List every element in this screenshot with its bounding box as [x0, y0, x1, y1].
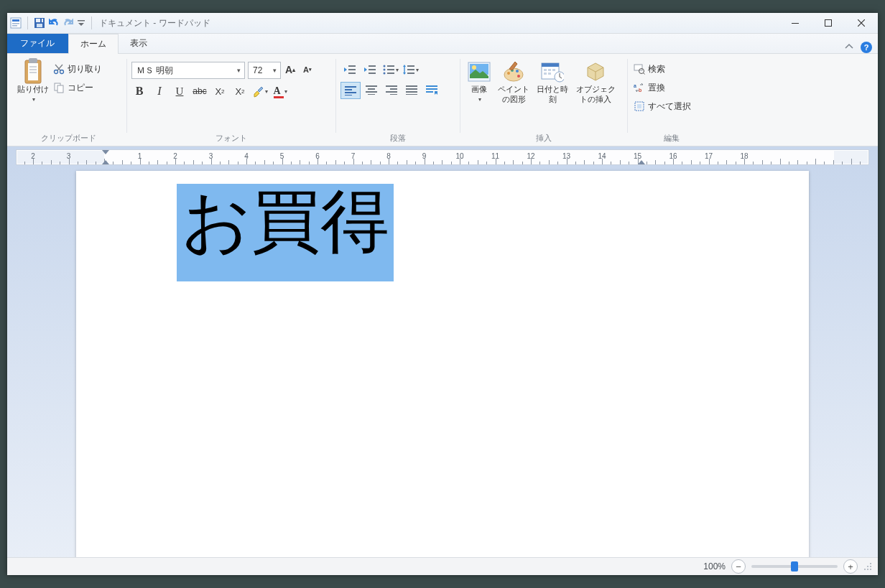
- svg-rect-24: [369, 65, 376, 67]
- tab-home[interactable]: ホーム: [68, 34, 119, 54]
- svg-rect-20: [57, 85, 63, 93]
- svg-point-27: [383, 65, 385, 67]
- paragraph-dialog-button[interactable]: [422, 82, 441, 98]
- paste-label: 貼り付け: [17, 85, 49, 95]
- svg-rect-52: [406, 94, 417, 95]
- subscript-button[interactable]: X2: [212, 83, 228, 99]
- tab-view[interactable]: 表示: [119, 34, 159, 53]
- zoom-slider[interactable]: [751, 565, 838, 568]
- strikethrough-button[interactable]: abc: [192, 83, 208, 99]
- maximize-button[interactable]: [812, 13, 845, 33]
- replace-icon: ab: [634, 82, 645, 93]
- window-controls: [779, 13, 878, 33]
- insert-paint-label: ペイントの図形: [498, 85, 529, 105]
- ribbon: 貼り付け ▾ 切り取り コピー クリップボード: [7, 54, 878, 146]
- resize-grip[interactable]: [863, 562, 872, 571]
- svg-rect-30: [387, 65, 394, 67]
- undo-icon[interactable]: [48, 17, 60, 29]
- svg-rect-48: [390, 94, 397, 95]
- title-bar: ドキュメント - ワードパッド: [7, 13, 878, 34]
- zoom-in-button[interactable]: +: [843, 559, 858, 574]
- copy-button[interactable]: コピー: [52, 79, 103, 96]
- line-spacing-button[interactable]: ▾: [401, 62, 420, 78]
- zoom-out-button[interactable]: −: [731, 559, 746, 574]
- svg-rect-51: [406, 91, 417, 93]
- svg-rect-10: [825, 20, 832, 27]
- document-area[interactable]: お買得: [7, 165, 878, 557]
- window-title: ドキュメント - ワードパッド: [99, 17, 210, 29]
- underline-button[interactable]: U: [172, 83, 187, 99]
- svg-rect-22: [348, 69, 356, 70]
- font-size-combo[interactable]: 72 ▾: [248, 62, 281, 79]
- group-label-font: フォント: [131, 131, 331, 144]
- quick-access-toolbar: [10, 17, 95, 29]
- svg-rect-55: [426, 91, 433, 93]
- svg-rect-41: [366, 85, 377, 87]
- align-left-button[interactable]: [340, 82, 361, 99]
- zoom-level: 100%: [703, 561, 726, 571]
- chevron-down-icon: ▾: [32, 96, 35, 103]
- decrease-indent-button[interactable]: [340, 62, 359, 78]
- select-all-label: すべて選択: [648, 101, 691, 113]
- grow-font-button[interactable]: A▴: [282, 62, 298, 78]
- redo-icon[interactable]: [62, 17, 74, 29]
- image-icon: [468, 60, 491, 83]
- svg-rect-40: [345, 95, 352, 95]
- superscript-button[interactable]: X2: [232, 83, 248, 99]
- increase-indent-button[interactable]: [361, 62, 379, 78]
- svg-rect-31: [387, 69, 394, 70]
- svg-text:b: b: [639, 88, 641, 93]
- insert-object-button[interactable]: オブジェクトの挿入: [573, 59, 618, 106]
- svg-rect-72: [634, 65, 642, 70]
- qat-customize-icon[interactable]: [77, 17, 85, 29]
- paint-icon: [502, 60, 525, 83]
- group-label-paragraph: 段落: [340, 131, 455, 144]
- save-icon[interactable]: [34, 17, 45, 29]
- insert-image-label: 画像: [471, 85, 487, 95]
- svg-rect-50: [406, 88, 417, 90]
- select-all-icon: [634, 101, 645, 112]
- align-right-button[interactable]: [382, 82, 401, 98]
- svg-rect-3: [12, 25, 17, 27]
- svg-rect-5: [36, 19, 43, 22]
- minimize-button[interactable]: [779, 13, 812, 33]
- object-icon: [584, 60, 607, 83]
- select-all-button[interactable]: すべて選択: [632, 98, 692, 115]
- svg-rect-42: [368, 88, 375, 90]
- svg-point-60: [507, 72, 510, 75]
- help-icon[interactable]: ?: [861, 42, 872, 53]
- text-selection[interactable]: お買得: [177, 184, 394, 281]
- font-color-button[interactable]: A▾: [272, 83, 288, 99]
- svg-rect-9: [792, 23, 799, 24]
- font-family-value: ＭＳ 明朝: [136, 65, 173, 77]
- align-justify-button[interactable]: [402, 82, 421, 98]
- bullet-list-button[interactable]: ▾: [381, 62, 399, 78]
- svg-rect-67: [548, 69, 551, 71]
- highlight-button[interactable]: ▾: [252, 83, 268, 99]
- find-button[interactable]: 検索: [632, 60, 692, 78]
- svg-rect-21: [348, 65, 356, 67]
- insert-image-button[interactable]: 画像 ▾: [465, 59, 494, 104]
- shrink-font-button[interactable]: A▾: [300, 62, 315, 78]
- svg-point-28: [383, 69, 385, 71]
- cut-button[interactable]: 切り取り: [52, 60, 103, 78]
- ruler[interactable]: 32123456789101112131415161718: [16, 149, 869, 165]
- insert-datetime-button[interactable]: 日付と時刻: [534, 59, 571, 106]
- collapse-ribbon-icon[interactable]: [845, 42, 853, 53]
- svg-rect-1: [12, 19, 19, 22]
- font-family-combo[interactable]: ＭＳ 明朝 ▾: [131, 62, 245, 79]
- italic-button[interactable]: I: [152, 83, 167, 99]
- bold-button[interactable]: B: [131, 83, 147, 99]
- cut-label: 切り取り: [68, 63, 102, 75]
- replace-button[interactable]: ab 置換: [632, 79, 692, 96]
- svg-rect-68: [552, 69, 555, 71]
- svg-rect-8: [78, 20, 85, 22]
- svg-text:a: a: [634, 83, 636, 88]
- svg-point-29: [383, 73, 385, 75]
- paste-button[interactable]: 貼り付け ▾: [14, 57, 52, 104]
- align-center-button[interactable]: [362, 82, 381, 98]
- font-size-value: 72: [253, 65, 262, 75]
- insert-paint-button[interactable]: ペイントの図形: [495, 59, 532, 106]
- close-button[interactable]: [845, 13, 878, 33]
- tab-file[interactable]: ファイル: [7, 34, 68, 53]
